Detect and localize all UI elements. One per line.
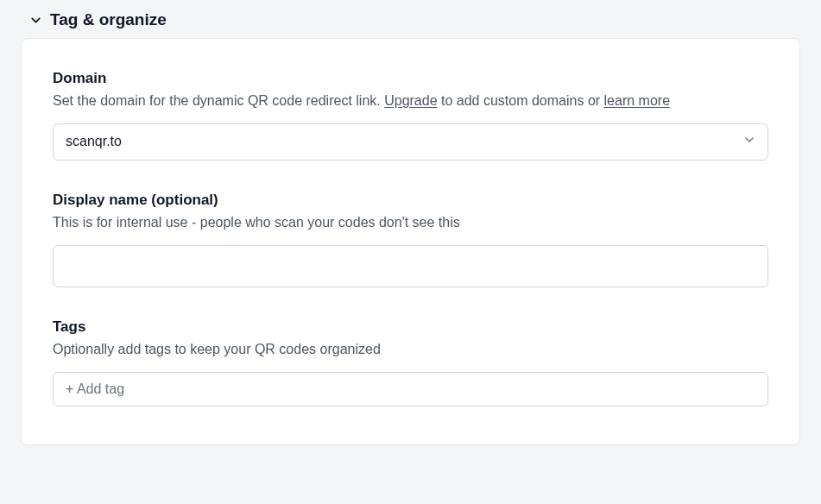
domain-desc-text-mid: to add custom domains or bbox=[438, 93, 604, 108]
display-name-input[interactable] bbox=[53, 245, 768, 287]
tags-description: Optionally add tags to keep your QR code… bbox=[53, 339, 768, 360]
section-title: Tag & organize bbox=[50, 10, 167, 29]
display-name-field-group: Display name (optional) This is for inte… bbox=[53, 192, 768, 287]
tags-label: Tags bbox=[53, 318, 768, 336]
chevron-down-icon bbox=[28, 12, 43, 28]
domain-desc-text-pre: Set the domain for the dynamic QR code r… bbox=[53, 93, 384, 108]
display-name-description: This is for internal use - people who sc… bbox=[53, 212, 768, 233]
add-tag-placeholder: + Add tag bbox=[66, 381, 124, 396]
tags-input[interactable]: + Add tag bbox=[53, 372, 768, 406]
learn-more-link[interactable]: learn more bbox=[604, 93, 670, 108]
section-header[interactable]: Tag & organize bbox=[21, 5, 800, 38]
domain-select[interactable]: scanqr.to bbox=[53, 123, 768, 161]
domain-description: Set the domain for the dynamic QR code r… bbox=[53, 91, 768, 111]
tag-organize-card: Domain Set the domain for the dynamic QR… bbox=[21, 38, 800, 445]
domain-field-group: Domain Set the domain for the dynamic QR… bbox=[53, 70, 768, 161]
display-name-label: Display name (optional) bbox=[53, 192, 768, 209]
domain-select-wrap: scanqr.to bbox=[53, 123, 768, 161]
tags-field-group: Tags Optionally add tags to keep your QR… bbox=[53, 318, 768, 406]
upgrade-link[interactable]: Upgrade bbox=[384, 93, 437, 108]
domain-label: Domain bbox=[53, 70, 768, 87]
